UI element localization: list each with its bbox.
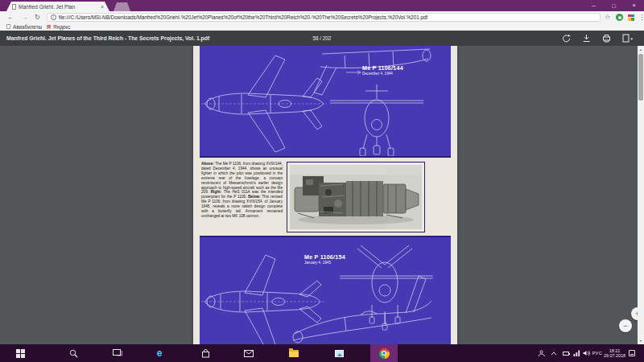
aircraft-drawing-144: [200, 46, 451, 158]
taskbar-photos-button[interactable]: [329, 344, 349, 362]
yandex-icon: Я: [47, 24, 51, 30]
taskbar-mail-button[interactable]: [239, 344, 258, 362]
window-minimize-button[interactable]: –: [584, 0, 604, 11]
fit-caret-icon: ▾: [630, 36, 633, 41]
taskbar-chrome-button[interactable]: [370, 344, 398, 362]
pdf-favicon-icon: [12, 4, 16, 10]
taskbar-search-button[interactable]: [64, 344, 83, 362]
forward-icon[interactable]: →: [21, 11, 28, 23]
edge-icon: e: [157, 348, 163, 358]
fit-page-icon[interactable]: ▾: [622, 34, 633, 43]
bookmark-yandex[interactable]: Я Яндекс: [47, 24, 70, 30]
mail-icon: [244, 350, 254, 357]
tab-title: Manfred Griehl. Jet Plan: [19, 4, 98, 10]
tab-close-icon[interactable]: ×: [101, 4, 104, 10]
url-text: file:///C:/Users/MSI-NB/Downloads/Manfre…: [59, 14, 428, 20]
figure-154-date: January 4, 1945: [304, 261, 345, 265]
ext-grid-red: [628, 14, 631, 18]
ext-grid-green: [631, 18, 634, 21]
action-center-button[interactable]: [625, 344, 638, 362]
start-button[interactable]: [10, 344, 30, 362]
file-explorer-icon: [289, 350, 299, 357]
notification-icon: [629, 350, 635, 356]
ext-grid-blue: [631, 14, 634, 18]
browser-toolbar: ← → ↻ i file:///C:/Users/MSI-NB/Download…: [0, 11, 644, 23]
tray-battery-button[interactable]: [560, 344, 572, 362]
address-bar[interactable]: i file:///C:/Users/MSI-NB/Downloads/Manf…: [47, 13, 601, 22]
chevron-up-icon: [551, 352, 557, 356]
extension-adblock-icon[interactable]: [616, 14, 623, 21]
clock-date: 29.07.2018: [604, 353, 625, 358]
network-icon: [573, 350, 580, 356]
bookmark-page-icon: [6, 24, 10, 30]
figure-me-p-1106-144: Me P 1106/144 December 4, 1944: [200, 46, 451, 158]
taskbar-store-button[interactable]: [196, 344, 215, 362]
bookmark-aviabilety[interactable]: Авиабилеты: [6, 24, 42, 30]
search-icon: [69, 349, 78, 358]
windows-taskbar: e: [0, 344, 644, 362]
task-view-button[interactable]: [108, 344, 127, 362]
clock: 18:21 29.07.2018: [604, 348, 625, 359]
bookmark-label: Яндекс: [53, 24, 70, 30]
tray-clock-button[interactable]: 18:21 29.07.2018: [604, 344, 625, 362]
reload-icon[interactable]: ↻: [35, 11, 40, 23]
extension-grid-icon[interactable]: [628, 14, 634, 21]
pdf-viewer[interactable]: Me P 1106/144 December 4, 1944 Above: Th…: [0, 46, 644, 344]
figure-caption-text: Above: The Me P 1106, from drawing XVIII…: [200, 161, 284, 233]
bookmark-star-icon[interactable]: ☆: [605, 11, 611, 23]
figure-144-date: December 4, 1944: [362, 72, 403, 76]
browser-menu-icon[interactable]: ⋮: [638, 11, 644, 23]
pdf-page-indicator: 58 / 202: [0, 31, 644, 46]
print-icon[interactable]: [602, 34, 611, 43]
taskbar-explorer-button[interactable]: [284, 344, 303, 362]
pdf-page: Me P 1106/144 December 4, 1944 Above: Th…: [193, 46, 457, 344]
figure-144-title: Me P 1106/144: [362, 65, 403, 72]
photos-icon: [335, 350, 344, 357]
scroll-up-icon[interactable]: ▲: [638, 46, 644, 53]
window-titlebar: Manfred Griehl. Jet Plan × – □ ×: [0, 0, 644, 11]
figure-154-caption: Me P 1106/154 January 4, 1945: [304, 254, 345, 265]
engine-photo-frame: [287, 162, 425, 232]
ext-grid-yellow: [628, 18, 631, 21]
figure-154-title: Me P 1106/154: [304, 254, 345, 261]
scroll-down-icon[interactable]: ▼: [638, 337, 644, 344]
window-maximize-button[interactable]: □: [604, 0, 624, 11]
rotate-icon[interactable]: [562, 34, 571, 43]
taskbar-edge-button[interactable]: e: [150, 344, 169, 362]
windows-logo-icon: [16, 349, 25, 358]
chrome-icon: [379, 348, 390, 359]
scrollbar-thumb[interactable]: [638, 54, 643, 101]
battery-icon: [563, 352, 569, 356]
task-view-icon: [113, 349, 122, 357]
bookmarks-bar: Авиабилеты Я Яндекс: [0, 23, 644, 31]
tray-hidden-icons-button[interactable]: [549, 344, 559, 362]
vertical-scrollbar[interactable]: ▲ ▼: [638, 46, 644, 344]
tray-people-button[interactable]: [535, 344, 547, 362]
page-info-icon[interactable]: i: [51, 14, 56, 20]
window-controls: – □ ×: [584, 0, 644, 11]
window-close-button[interactable]: ×: [624, 0, 644, 11]
people-icon: [538, 350, 545, 357]
pdf-zoom-out-button[interactable]: −: [619, 319, 632, 332]
download-icon[interactable]: [582, 34, 591, 43]
bookmark-label: Авиабилеты: [13, 24, 42, 30]
pdf-toolbar: Manfred Griehl. Jet Planes of the Third …: [0, 31, 644, 46]
volume-icon: [583, 350, 590, 356]
hes-011a-engine-photo: [290, 165, 422, 229]
figure-me-p-1106-154: Me P 1106/154 January 4, 1945: [200, 236, 451, 344]
back-icon[interactable]: ←: [7, 11, 14, 23]
new-tab-button[interactable]: [114, 2, 130, 11]
figure-144-caption: Me P 1106/144 December 4, 1944: [362, 65, 403, 76]
tray-language-button[interactable]: РУС: [591, 344, 604, 362]
browser-tab[interactable]: Manfred Griehl. Jet Plan ×: [6, 2, 109, 11]
store-icon: [201, 349, 210, 358]
